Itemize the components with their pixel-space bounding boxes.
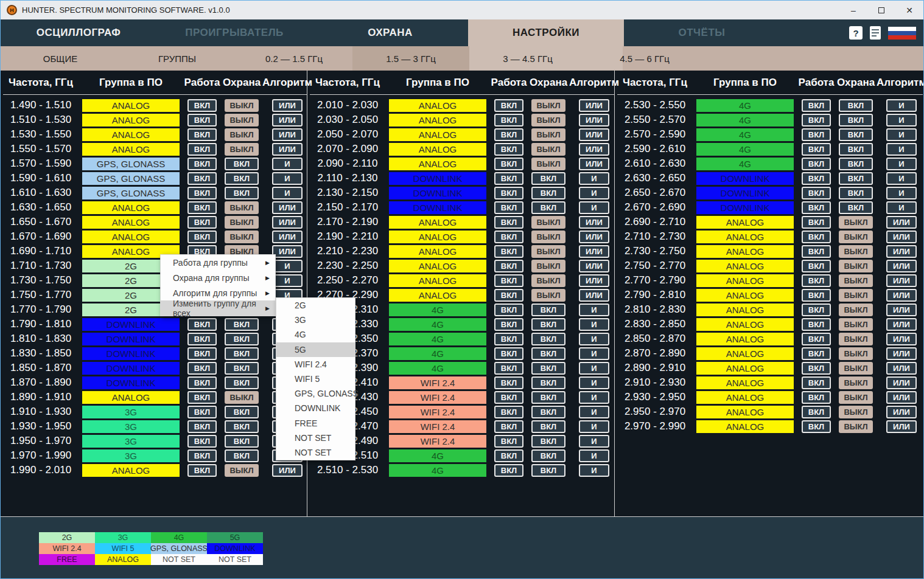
guard-toggle-button[interactable]: ВЫКЛ	[839, 406, 873, 418]
work-toggle-button[interactable]: ВКЛ	[802, 231, 831, 243]
subtab-1.5-—-3-ггц[interactable]: 1.5 — 3 ГГц	[352, 46, 469, 71]
group-cell[interactable]: 4G	[696, 99, 794, 112]
guard-toggle-button[interactable]: ВЫКЛ	[225, 114, 259, 127]
guard-toggle-button[interactable]: ВЫКЛ	[839, 391, 873, 404]
work-toggle-button[interactable]: ВКЛ	[494, 318, 523, 331]
work-toggle-button[interactable]: ВКЛ	[494, 143, 523, 156]
group-cell[interactable]: ANALOG	[696, 274, 794, 287]
group-cell[interactable]: 4G	[389, 347, 486, 360]
work-toggle-button[interactable]: ВКЛ	[494, 216, 523, 229]
guard-toggle-button[interactable]: ВЫКЛ	[839, 216, 873, 229]
work-toggle-button[interactable]: ВКЛ	[187, 201, 217, 214]
work-toggle-button[interactable]: ВКЛ	[187, 231, 217, 243]
group-cell[interactable]: 4G	[696, 114, 794, 127]
group-cell[interactable]: DOWNLINK	[389, 201, 486, 214]
algorithm-button[interactable]: ИЛИ	[579, 231, 609, 243]
group-cell[interactable]: ANALOG	[82, 216, 180, 229]
guard-toggle-button[interactable]: ВЫКЛ	[531, 289, 565, 302]
group-cell[interactable]: ANALOG	[82, 114, 180, 127]
group-cell[interactable]: ANALOG	[82, 391, 180, 404]
guard-toggle-button[interactable]: ВЫКЛ	[531, 245, 565, 258]
work-toggle-button[interactable]: ВКЛ	[802, 333, 831, 345]
guard-toggle-button[interactable]: ВЫКЛ	[225, 216, 259, 229]
algorithm-button[interactable]: ИЛИ	[886, 391, 917, 404]
algorithm-button[interactable]: ИЛИ	[886, 406, 917, 418]
guard-toggle-button[interactable]: ВКЛ	[531, 406, 565, 418]
group-cell[interactable]: ANALOG	[389, 99, 486, 112]
work-toggle-button[interactable]: ВКЛ	[802, 406, 831, 418]
algorithm-button[interactable]: И	[579, 172, 609, 185]
work-toggle-button[interactable]: ВКЛ	[494, 231, 523, 243]
guard-toggle-button[interactable]: ВЫКЛ	[839, 231, 873, 243]
guard-toggle-button[interactable]: ВЫКЛ	[531, 231, 565, 243]
guard-toggle-button[interactable]: ВКЛ	[839, 187, 873, 199]
guard-toggle-button[interactable]: ВЫКЛ	[531, 158, 565, 170]
group-cell[interactable]: ANALOG	[696, 231, 794, 243]
guard-toggle-button[interactable]: ВКЛ	[531, 303, 565, 316]
work-toggle-button[interactable]: ВКЛ	[187, 128, 217, 141]
guard-toggle-button[interactable]: ВКЛ	[225, 376, 259, 389]
group-cell[interactable]: ANALOG	[389, 143, 486, 156]
guard-toggle-button[interactable]: ВКЛ	[531, 420, 565, 433]
group-cell[interactable]: WIFI 2.4	[389, 420, 486, 433]
submenu-item[interactable]: NOT SET	[276, 445, 355, 460]
algorithm-button[interactable]: И	[886, 99, 917, 112]
algorithm-button[interactable]: И	[579, 391, 609, 404]
work-toggle-button[interactable]: ВКЛ	[494, 406, 523, 418]
algorithm-button[interactable]: ИЛИ	[579, 114, 609, 127]
group-cell[interactable]: 4G	[389, 318, 486, 331]
algorithm-button[interactable]: ИЛИ	[579, 128, 609, 141]
guard-toggle-button[interactable]: ВКЛ	[839, 99, 873, 112]
algorithm-button[interactable]: И	[886, 128, 917, 141]
tab-осциллограф[interactable]: ОСЦИЛЛОГРАФ	[1, 19, 156, 46]
group-cell[interactable]: 4G	[389, 464, 486, 477]
algorithm-button[interactable]: ИЛИ	[579, 274, 609, 287]
work-toggle-button[interactable]: ВКЛ	[187, 464, 217, 477]
group-cell[interactable]: ANALOG	[696, 260, 794, 272]
work-toggle-button[interactable]: ВКЛ	[187, 362, 217, 375]
guard-toggle-button[interactable]: ВЫКЛ	[839, 260, 873, 272]
work-toggle-button[interactable]: ВКЛ	[187, 187, 217, 199]
algorithm-button[interactable]: ИЛИ	[272, 216, 303, 229]
guard-toggle-button[interactable]: ВКЛ	[531, 187, 565, 199]
guard-toggle-button[interactable]: ВЫКЛ	[839, 347, 873, 360]
work-toggle-button[interactable]: ВКЛ	[187, 143, 217, 156]
group-cell[interactable]: DOWNLINK	[696, 201, 794, 214]
guard-toggle-button[interactable]: ВЫКЛ	[531, 274, 565, 287]
guard-toggle-button[interactable]: ВКЛ	[531, 318, 565, 331]
guard-toggle-button[interactable]: ВКЛ	[839, 128, 873, 141]
algorithm-button[interactable]: ИЛИ	[579, 216, 609, 229]
work-toggle-button[interactable]: ВКЛ	[494, 172, 523, 185]
work-toggle-button[interactable]: ВКЛ	[802, 245, 831, 258]
algorithm-button[interactable]: ИЛИ	[579, 99, 609, 112]
work-toggle-button[interactable]: ВКЛ	[187, 347, 217, 360]
work-toggle-button[interactable]: ВКЛ	[187, 406, 217, 418]
work-toggle-button[interactable]: ВКЛ	[802, 303, 831, 316]
group-cell[interactable]: ANALOG	[389, 260, 486, 272]
work-toggle-button[interactable]: ВКЛ	[187, 114, 217, 127]
algorithm-button[interactable]: ИЛИ	[886, 260, 917, 272]
group-cell[interactable]: ANALOG	[696, 303, 794, 316]
tab-охрана[interactable]: ОХРАНА	[312, 19, 468, 46]
group-cell[interactable]: ANALOG	[696, 362, 794, 375]
subtab-общие[interactable]: ОБЩИЕ	[2, 46, 119, 71]
group-cell[interactable]: WIFI 2.4	[389, 406, 486, 418]
algorithm-button[interactable]: И	[579, 420, 609, 433]
algorithm-button[interactable]: ИЛИ	[272, 128, 303, 141]
group-cell[interactable]: DOWNLINK	[82, 362, 180, 375]
group-cell[interactable]: 3G	[82, 420, 180, 433]
guard-toggle-button[interactable]: ВЫКЛ	[531, 99, 565, 112]
work-toggle-button[interactable]: ВКЛ	[494, 245, 523, 258]
work-toggle-button[interactable]: ВКЛ	[494, 289, 523, 302]
algorithm-button[interactable]: И	[579, 376, 609, 389]
group-cell[interactable]: 4G	[696, 158, 794, 170]
algorithm-button[interactable]: ИЛИ	[579, 289, 609, 302]
work-toggle-button[interactable]: ВКЛ	[187, 435, 217, 448]
algorithm-button[interactable]: И	[886, 172, 917, 185]
work-toggle-button[interactable]: ВКЛ	[187, 449, 217, 462]
guard-toggle-button[interactable]: ВКЛ	[225, 362, 259, 375]
guard-toggle-button[interactable]: ВКЛ	[225, 333, 259, 345]
guard-toggle-button[interactable]: ВКЛ	[531, 172, 565, 185]
group-cell[interactable]: ANALOG	[82, 128, 180, 141]
report-icon[interactable]	[870, 26, 881, 40]
